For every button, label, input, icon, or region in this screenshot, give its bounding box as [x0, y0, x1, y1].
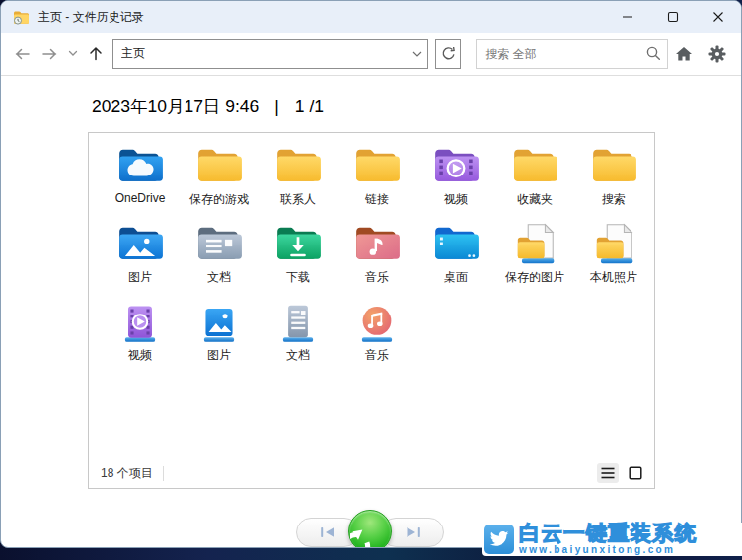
file-item-label: 保存的图片: [505, 269, 564, 286]
thumbnail-view-button[interactable]: [625, 463, 646, 483]
file-item[interactable]: 音乐: [337, 219, 416, 297]
toolbar: [1, 33, 741, 76]
desktop-folder-icon: [431, 219, 481, 268]
file-item[interactable]: 视频: [101, 297, 180, 375]
file-item[interactable]: 音乐: [337, 297, 416, 375]
recent-locations-button[interactable]: [66, 40, 80, 68]
file-item-label: 收藏夹: [517, 191, 553, 208]
file-item[interactable]: 图片: [180, 297, 259, 375]
address-input[interactable]: [113, 47, 408, 61]
file-item[interactable]: 链接: [337, 141, 416, 219]
up-arrow-icon: [88, 46, 104, 61]
snapshot-page: 1 /1: [295, 97, 324, 117]
next-icon: [405, 526, 421, 538]
address-bar: [112, 39, 428, 69]
up-button[interactable]: [84, 40, 109, 68]
back-arrow-icon: [13, 47, 31, 61]
file-item[interactable]: 文档: [259, 297, 337, 375]
file-item-label: 桌面: [444, 269, 468, 286]
gear-icon: [708, 45, 726, 63]
status-bar: 18 个项目: [101, 463, 646, 483]
camera-roll-folder-icon: [589, 219, 638, 268]
file-item-label: 图片: [207, 347, 231, 364]
file-item[interactable]: 保存的图片: [495, 219, 574, 297]
chevron-down-icon: [412, 51, 422, 57]
minimize-button[interactable]: [605, 1, 650, 33]
file-item-label: 链接: [365, 191, 389, 208]
saved-pictures-folder-icon: [510, 219, 559, 268]
file-item-label: 文档: [207, 269, 231, 286]
address-dropdown-button[interactable]: [408, 51, 427, 57]
pictures-library-icon: [194, 297, 244, 346]
file-panel: OneDrive 保存的游戏 联系人 链接 视频 收藏夹 搜索 图片 文档 下载…: [88, 132, 655, 489]
window-title: 主页 - 文件历史记录: [38, 9, 597, 26]
videos-library-icon: [115, 297, 165, 346]
file-item[interactable]: 搜索: [574, 141, 653, 219]
file-item-label: 音乐: [365, 269, 389, 286]
file-item-label: 联系人: [280, 191, 316, 208]
settings-button[interactable]: [705, 41, 729, 67]
file-item[interactable]: OneDrive: [101, 141, 180, 219]
home-button[interactable]: [672, 41, 696, 67]
file-item[interactable]: 收藏夹: [495, 141, 574, 219]
file-item-label: 保存的游戏: [189, 191, 249, 208]
file-item-label: 本机照片: [590, 269, 637, 286]
music-library-icon: [352, 297, 402, 346]
back-button[interactable]: [9, 40, 34, 68]
details-view-button[interactable]: [597, 463, 619, 483]
close-button[interactable]: [696, 1, 741, 33]
yellow-folder-icon: [273, 141, 323, 190]
music-folder-icon: [352, 219, 402, 268]
yellow-folder-icon: [194, 141, 244, 190]
titlebar: 主页 - 文件历史记录: [1, 1, 741, 33]
file-item[interactable]: 下载: [259, 219, 337, 297]
snapshot-date: 2023年10月17日 9:46: [92, 95, 259, 118]
file-item-label: 文档: [286, 347, 310, 364]
forward-arrow-icon: [41, 47, 59, 61]
file-item[interactable]: 文档: [180, 219, 259, 297]
file-item[interactable]: 视频: [416, 141, 495, 219]
file-grid: OneDrive 保存的游戏 联系人 链接 视频 收藏夹 搜索 图片 文档 下载…: [101, 141, 652, 458]
file-item[interactable]: 桌面: [416, 219, 495, 297]
thumbnail-view-icon: [629, 466, 642, 480]
onedrive-folder-icon: [115, 141, 165, 190]
downloads-folder-icon: [273, 219, 323, 268]
yellow-folder-icon: [352, 141, 402, 190]
list-view-icon: [600, 466, 616, 480]
heading-divider: |: [274, 97, 279, 117]
file-item-label: OneDrive: [115, 191, 166, 205]
watermark-title: 白云一键重装系统: [519, 524, 697, 544]
home-icon: [674, 45, 694, 63]
refresh-button[interactable]: [435, 39, 461, 69]
item-count: 18 个项目: [101, 465, 153, 482]
file-item-label: 视频: [128, 347, 152, 364]
forward-button[interactable]: [37, 40, 62, 68]
file-item[interactable]: 保存的游戏: [180, 141, 259, 219]
file-item-label: 音乐: [365, 347, 389, 364]
maximize-button[interactable]: [650, 1, 696, 33]
yellow-folder-icon: [510, 141, 559, 190]
restore-arrow-icon: [350, 512, 390, 548]
file-history-app-icon: [13, 9, 31, 25]
file-item[interactable]: 联系人: [259, 141, 337, 219]
videos-folder-icon: [431, 141, 481, 190]
pictures-folder-icon: [115, 219, 165, 268]
snapshot-heading: 2023年10月17日 9:46 | 1 /1: [92, 95, 324, 118]
search-icon[interactable]: [639, 46, 667, 61]
status-divider: [163, 466, 164, 481]
previous-icon: [320, 526, 336, 538]
file-item[interactable]: 图片: [101, 219, 180, 297]
file-item[interactable]: 本机照片: [574, 219, 653, 297]
file-item-label: 下载: [286, 269, 310, 286]
file-item-label: 图片: [128, 269, 152, 286]
watermark-url: www.baiyunxitong.com: [519, 544, 697, 555]
search-box: [476, 39, 668, 69]
file-item-label: 视频: [444, 191, 468, 208]
file-item-label: 搜索: [602, 191, 626, 208]
documents-library-icon: [273, 297, 323, 346]
refresh-icon: [441, 46, 456, 61]
search-input[interactable]: [477, 47, 639, 61]
watermark: 白云一键重装系统 www.baiyunxitong.com: [482, 523, 742, 556]
chevron-down-icon: [68, 50, 78, 57]
restore-button[interactable]: [348, 510, 392, 548]
